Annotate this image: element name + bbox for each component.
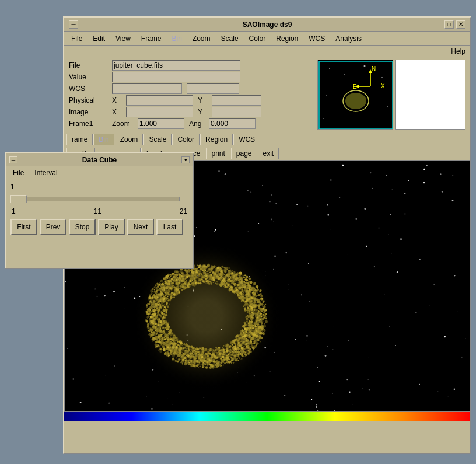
toolbar2-page[interactable]: page [231, 148, 257, 159]
info-fields: File Value WCS Physical X Y [69, 60, 313, 130]
toolbar-frame[interactable]: rame [66, 134, 93, 145]
svg-point-6 [326, 95, 327, 96]
slider-track [10, 197, 180, 201]
toolbar-scale[interactable]: Scale [144, 134, 172, 145]
title-close-button[interactable]: ✕ [456, 20, 466, 29]
slider-mid-label: 11 [93, 207, 101, 215]
svg-point-5 [382, 77, 383, 78]
toolbar2-exit[interactable]: exit [258, 148, 279, 159]
svg-point-8 [323, 118, 324, 119]
title-resize-button[interactable]: □ [444, 20, 454, 29]
image-x-label: X [112, 108, 124, 116]
svg-point-3 [344, 74, 345, 75]
datacube-content: 1 1 11 21 First Prev Stop Play Next Last [6, 179, 193, 239]
title-close-area: □ ✕ [444, 20, 466, 29]
menu-view[interactable]: View [111, 33, 135, 44]
toolbar-color[interactable]: Color [172, 134, 200, 145]
toolbar-zoom[interactable]: Zoom [115, 134, 144, 145]
datacube-menu-interval[interactable]: Interval [30, 168, 62, 178]
slider-max-label: 21 [180, 207, 187, 215]
datacube-close[interactable]: ▾ [181, 156, 190, 163]
file-label: File [69, 61, 110, 69]
toolbar-bin[interactable]: Bin [93, 134, 114, 145]
datacube-menu-file[interactable]: File [8, 168, 29, 178]
svg-point-10 [345, 93, 366, 109]
svg-point-4 [364, 65, 366, 67]
datacube-prev-button[interactable]: Prev [40, 219, 66, 235]
datacube-title-bar: ─ Data Cube ▾ [6, 153, 193, 166]
menu-analysis[interactable]: Analysis [331, 33, 366, 44]
menu-bin[interactable]: Bin [167, 33, 187, 44]
menu-bar: File Edit View Frame Bin Zoom Scale Colo… [64, 32, 470, 46]
physical-label: Physical [69, 96, 110, 104]
physical-row: Physical X Y [69, 95, 313, 106]
datacube-menu: File Interval [6, 166, 193, 179]
toolbar-wcs[interactable]: WCS [233, 134, 260, 145]
slider-container[interactable] [10, 193, 180, 205]
compass-svg: N E X [318, 60, 393, 130]
physical-x-input[interactable] [126, 95, 193, 106]
color-bar [64, 411, 470, 421]
datacube-first-button[interactable]: First [10, 219, 37, 235]
value-row: Value [69, 71, 313, 83]
image-label: Image [69, 108, 110, 116]
datacube-window: ─ Data Cube ▾ File Interval 1 1 11 21 Fi… [5, 152, 194, 269]
physical-y-input[interactable] [212, 95, 261, 106]
slice-display: 1 [10, 183, 188, 191]
slider-thumb[interactable] [10, 195, 27, 203]
datacube-title-text: Data Cube [82, 156, 117, 164]
image-y-input[interactable] [212, 107, 261, 117]
svg-text:X: X [381, 83, 385, 89]
datacube-last-button[interactable]: Last [156, 219, 183, 235]
datacube-play-button[interactable]: Play [98, 219, 125, 235]
image-row: Image X Y [69, 106, 313, 118]
file-input[interactable] [112, 60, 240, 71]
title-minimize-button[interactable]: ─ [69, 20, 78, 29]
image-x-input[interactable] [126, 107, 193, 117]
menu-scale[interactable]: Scale [216, 33, 243, 44]
frame-label: Frame1 [69, 120, 110, 128]
datacube-nav-buttons: First Prev Stop Play Next Last [10, 219, 188, 235]
help-bar: Help [64, 46, 470, 57]
help-label[interactable]: Help [451, 47, 466, 55]
datacube-minimize[interactable]: ─ [9, 156, 18, 163]
wcs-input2[interactable] [187, 83, 239, 94]
app-title: SAOImage ds9 [243, 20, 292, 29]
menu-file[interactable]: File [66, 33, 87, 44]
physical-y-label: Y [198, 96, 209, 104]
svg-point-2 [329, 68, 330, 69]
menu-region[interactable]: Region [271, 33, 303, 44]
menu-frame[interactable]: Frame [136, 33, 166, 44]
image-y-label: Y [198, 108, 209, 116]
menu-zoom[interactable]: Zoom [188, 33, 215, 44]
menu-wcs[interactable]: WCS [304, 33, 330, 44]
menu-color[interactable]: Color [244, 33, 271, 44]
thumbnail-section: N E X [317, 60, 466, 130]
file-row: File [69, 60, 313, 71]
zoom-input[interactable] [138, 118, 184, 129]
datacube-next-button[interactable]: Next [127, 219, 154, 235]
wcs-input1[interactable] [112, 83, 182, 94]
toolbar2-print[interactable]: print [206, 148, 230, 159]
datacube-stop-button[interactable]: Stop [69, 219, 96, 235]
slider-labels: 1 11 21 [10, 207, 188, 215]
toolbar-region[interactable]: Region [200, 134, 233, 145]
info-panel: File Value WCS Physical X Y [64, 57, 470, 132]
wcs-label: WCS [69, 85, 110, 93]
physical-x-label: X [112, 96, 124, 104]
frame-row: Frame1 Zoom Ang [69, 118, 313, 130]
toolbar1: rame Bin Zoom Scale Color Region WCS [64, 132, 470, 146]
ang-input[interactable] [209, 118, 256, 129]
menu-edit[interactable]: Edit [88, 33, 110, 44]
slice-value: 1 [10, 183, 15, 191]
svg-point-7 [387, 106, 388, 107]
compass-thumbnail: N E X [317, 60, 393, 130]
value-label: Value [69, 73, 110, 81]
wcs-row: WCS [69, 83, 313, 95]
title-bar: ─ SAOImage ds9 □ ✕ [64, 18, 470, 32]
zoom-label: Zoom [112, 120, 135, 128]
ang-label: Ang [189, 120, 206, 128]
svg-text:N: N [372, 65, 376, 72]
slider-min-label: 1 [12, 207, 16, 215]
value-input[interactable] [112, 72, 240, 82]
